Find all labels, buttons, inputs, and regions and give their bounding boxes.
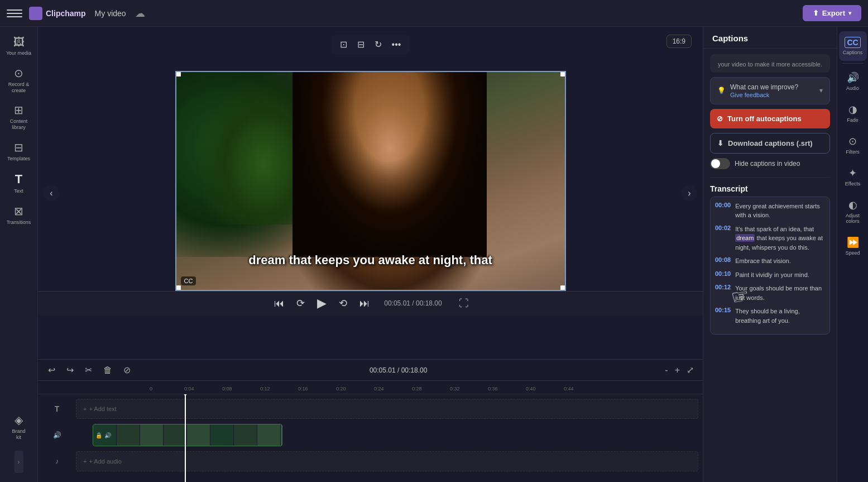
rewind-button[interactable]: ⟳ [294, 295, 307, 312]
rt-fade[interactable]: ◑ Fade [839, 98, 867, 128]
download-btn-label: Download captions (.srt) [728, 139, 813, 147]
resize-handle-br[interactable] [560, 285, 566, 291]
split-button[interactable]: ⊘ [120, 362, 134, 378]
rt-audio[interactable]: 🔊 Audio [839, 66, 867, 97]
sidebar-item-your-media[interactable]: 🖼 Your media [2, 31, 36, 61]
record-create-icon: ⊙ [14, 66, 23, 80]
app-name: Clipchamp [46, 9, 86, 18]
sidebar-item-text[interactable]: T Text [2, 168, 36, 199]
export-label: Export [822, 9, 845, 17]
delete-button[interactable]: 🗑 [100, 363, 116, 378]
transcript-body[interactable]: 00:00 Every great achievement starts wit… [710, 197, 830, 335]
aspect-ratio-display[interactable]: 16:9 [666, 35, 692, 48]
skip-forward-button[interactable]: ⏭ [357, 295, 372, 312]
resize-handle-tl[interactable] [175, 71, 181, 77]
sidebar-item-brand-kit[interactable]: ◈ Brandkit [2, 409, 36, 445]
redo-button[interactable]: ↪ [63, 362, 77, 378]
add-text-button[interactable]: + + Add text [76, 405, 117, 412]
sidebar-item-label-content-library: Contentlibrary [10, 118, 28, 131]
sidebar-item-record-create[interactable]: ⊙ Record &create [2, 62, 36, 98]
hide-captions-toggle-row: Hide captions in video [710, 154, 830, 174]
video-preview-area: ⊡ ⊟ ↻ ••• 16:9 ‹ › [38, 27, 703, 359]
download-captions-button[interactable]: ⬇ Download captions (.srt) [710, 133, 830, 154]
video-thumb-3 [140, 424, 164, 446]
export-icon: ⬆ [813, 9, 819, 17]
video-thumb-7 [234, 424, 257, 446]
transcript-time-2[interactable]: 00:08 [715, 256, 731, 266]
video-track-label: 🔊 [38, 431, 76, 439]
fast-forward-button[interactable]: ⟲ [337, 295, 349, 312]
transcript-time-0[interactable]: 00:00 [715, 202, 731, 220]
timeline-ruler: 0 0:04 0:08 0:12 0:16 0:20 0:24 0:28 0:3… [38, 381, 703, 394]
skip-back-button[interactable]: ⏮ [272, 295, 286, 312]
transcript-time-4[interactable]: 00:12 [715, 284, 731, 302]
caption-text: dream that keeps you awake at night, tha… [248, 253, 492, 267]
rt-speed[interactable]: ⏩ Speed [839, 231, 867, 261]
text-track-row: T + + Add text [38, 397, 703, 421]
effects-tool-label: Effects [845, 181, 860, 187]
cut-button[interactable]: ✂ [81, 362, 95, 378]
video-clip[interactable]: 🔒 🔊 [93, 424, 282, 446]
fit-zoom-button[interactable]: ⤢ [684, 364, 696, 376]
playback-controls: ⏮ ⟳ ▶ ⟲ ⏭ 00:05.01 / 00:18.00 ⛶ [38, 291, 703, 316]
transcript-entry-4: 00:12 Your goals should be more than jus… [715, 284, 825, 302]
give-feedback-link[interactable]: Give feedback [730, 92, 769, 98]
export-chevron: ▾ [848, 10, 851, 16]
rt-effects[interactable]: ✦ Effects [839, 161, 867, 192]
play-button[interactable]: ▶ [315, 294, 329, 313]
feedback-label: What can we improve? [730, 83, 798, 91]
sidebar-item-templates[interactable]: ⊟ Templates [2, 136, 36, 166]
speed-tool-icon: ⏩ [847, 236, 859, 249]
rt-adjust-colors[interactable]: ◐ Adjustcolors [839, 193, 867, 230]
toggle-label: Hide captions in video [735, 160, 800, 168]
captions-tool-label: Captions [843, 50, 863, 55]
filters-tool-label: Filters [846, 149, 860, 155]
rt-captions[interactable]: CC Captions [839, 31, 867, 61]
sidebar-item-label-transitions: Transitions [7, 219, 31, 226]
zoom-in-button[interactable]: + [673, 364, 682, 376]
more-button[interactable]: ••• [389, 38, 405, 51]
transcript-time-3[interactable]: 00:10 [715, 270, 731, 280]
turn-off-autocaptions-button[interactable]: ⊘ Turn off autocaptions [710, 109, 830, 128]
transcript-entry-3: 00:10 Paint it vividly in your mind. [715, 270, 825, 280]
resize-handle-tr[interactable] [560, 71, 566, 77]
video-title[interactable]: My video [95, 9, 126, 18]
video-thumb-5 [187, 424, 210, 446]
preview-nav-right[interactable]: › [682, 185, 697, 201]
rt-filters[interactable]: ⊙ Filters [839, 130, 867, 160]
captions-panel: Captions your video to make it more acce… [703, 27, 837, 482]
zoom-out-button[interactable]: - [663, 364, 670, 376]
transcript-entry-1: 00:02 It's that spark of an idea, that d… [715, 225, 825, 252]
playback-time: 00:05.01 / 00:18.00 [384, 299, 442, 307]
transcript-text-0: Every great achievement starts with a vi… [735, 202, 825, 220]
transitions-icon: ⊠ [14, 204, 23, 218]
audio-tool-label: Audio [846, 85, 859, 91]
add-audio-button[interactable]: + + Add audio [76, 458, 122, 465]
transform-button[interactable]: ⊟ [354, 38, 368, 51]
menu-button[interactable] [7, 6, 22, 21]
timeline-toolbar: ↩ ↪ ✂ 🗑 ⊘ 00:05.01 / 00:18.00 - + ⤢ [38, 360, 703, 381]
transcript-time-1[interactable]: 00:02 [715, 225, 731, 252]
rotate-button[interactable]: ↻ [371, 38, 385, 51]
sidebar-item-content-library[interactable]: ⊞ Contentlibrary [2, 99, 36, 135]
download-icon: ⬇ [717, 139, 723, 147]
fullscreen-button[interactable]: ⛶ [459, 298, 469, 309]
transcript-time-5[interactable]: 00:15 [715, 307, 731, 325]
timeline-zoom-controls: - + ⤢ [663, 364, 696, 376]
video-thumb-2 [117, 424, 140, 446]
fade-tool-label: Fade [847, 117, 859, 123]
ruler-mark-12: 0:12 [260, 386, 270, 392]
sidebar-item-transitions[interactable]: ⊠ Transitions [2, 200, 36, 230]
rt-divider-1 [843, 63, 863, 64]
export-button[interactable]: ⬆ Export ▾ [803, 5, 861, 21]
hide-captions-toggle[interactable] [710, 158, 730, 169]
sidebar: 🖼 Your media ⊙ Record &create ⊞ Contentl… [0, 27, 38, 482]
undo-button[interactable]: ↩ [45, 362, 59, 378]
crop-button[interactable]: ⊡ [337, 38, 351, 51]
preview-nav-left[interactable]: ‹ [44, 185, 59, 201]
video-thumb-8 [257, 424, 281, 446]
sidebar-collapse-btn[interactable]: › [15, 451, 23, 473]
feedback-button[interactable]: 💡 What can we improve? Give feedback ▾ [710, 77, 830, 104]
resize-handle-bl[interactable] [175, 285, 181, 291]
caption-off-icon: ⊘ [717, 114, 723, 123]
